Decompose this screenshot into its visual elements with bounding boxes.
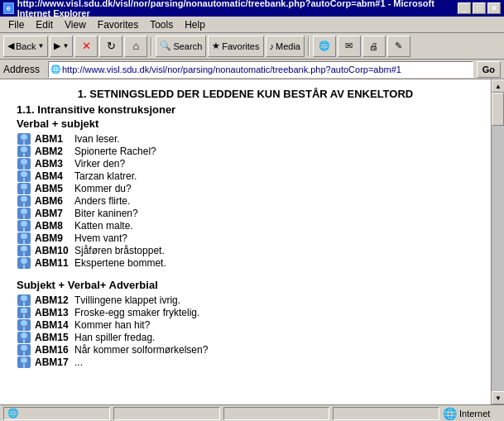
list-item[interactable]: ABM7 Biter kaninen? <box>17 208 474 219</box>
list-item[interactable]: ABM9 Hvem vant? <box>17 232 474 244</box>
status-section-empty1 <box>113 407 220 420</box>
app-icon: e <box>3 2 14 14</box>
address-input[interactable] <box>62 65 471 74</box>
print-icon: 🖨 <box>369 41 378 51</box>
tree-node-icon <box>17 232 31 244</box>
media-label: Media <box>276 41 300 51</box>
status-section-empty2 <box>223 407 330 420</box>
list-item[interactable]: ABM15 Han spiller fredag. <box>17 332 474 343</box>
list-item[interactable]: ABM1 Ivan leser. <box>17 133 474 145</box>
item-text: Kommer du? <box>74 183 132 194</box>
item-code: ABM13 <box>35 307 71 318</box>
tree-node-icon <box>17 307 31 318</box>
tree-node-icon <box>17 294 31 306</box>
search-button[interactable]: 🔍 Search <box>156 36 206 57</box>
status-section-main: 🌐 <box>3 407 110 420</box>
edit-button[interactable]: ✎ <box>387 36 410 57</box>
item-text: Tvillingene klappet ivrig. <box>74 294 180 306</box>
list-item[interactable]: ABM12 Tvillingene klappet ivrig. <box>17 294 474 306</box>
list-item[interactable]: ABM16 Når kommer solformørkelsen? <box>17 344 474 356</box>
favorites-button[interactable]: ★ Favorites <box>208 36 263 57</box>
history-button[interactable]: 🌐 <box>313 36 336 57</box>
item-code: ABM17 <box>35 356 71 368</box>
tree-node-icon <box>17 170 31 182</box>
list-item[interactable]: ABM5 Kommer du? <box>17 183 474 194</box>
close-button[interactable]: ✕ <box>487 2 501 14</box>
list-item[interactable]: ABM4 Tarzan klatrer. <box>17 170 474 182</box>
item-text: Ivan leser. <box>74 133 120 145</box>
list-item[interactable]: ABM13 Froske-egg smaker fryktelig. <box>17 307 474 318</box>
item-text: Tarzan klatrer. <box>74 170 137 182</box>
status-section-empty3 <box>333 407 439 420</box>
address-input-wrap: 🌐 <box>48 61 473 78</box>
address-label: Address <box>3 64 45 75</box>
window-controls: _ □ ✕ <box>458 2 501 14</box>
home-button[interactable]: ⌂ <box>124 36 147 57</box>
refresh-button[interactable]: ↻ <box>99 36 122 57</box>
list-item[interactable]: ABM17 ... <box>17 356 474 368</box>
media-button[interactable]: ♪ Media <box>266 36 305 57</box>
list-item[interactable]: ABM3 Virker den? <box>17 158 474 170</box>
minimize-button[interactable]: _ <box>458 2 471 14</box>
tree-node-icon <box>17 208 31 219</box>
list-item[interactable]: ABM2 Spionerte Rachel? <box>17 146 474 157</box>
mail-icon: ✉ <box>345 41 353 51</box>
back-label: Back <box>16 41 36 51</box>
forward-arrow-icon: ▶ <box>54 41 60 51</box>
scroll-up-button[interactable]: ▲ <box>492 79 504 93</box>
item-code: ABM10 <box>35 245 71 256</box>
menu-view[interactable]: View <box>60 17 91 32</box>
stop-button[interactable]: ✕ <box>74 36 98 57</box>
favorites-label: Favorites <box>222 41 259 51</box>
edit-icon: ✎ <box>395 41 402 51</box>
go-button[interactable]: Go <box>477 61 501 78</box>
list-item[interactable]: ABM8 Katten malte. <box>17 220 474 232</box>
list-item[interactable]: ABM6 Anders flirte. <box>17 195 474 207</box>
forward-button[interactable]: ▶ ▼ <box>50 36 73 57</box>
tree-node-icon <box>17 319 31 331</box>
subsection-1-list: ABM1 Ivan leser. ABM2 Spionerte Rachel? … <box>17 133 474 269</box>
item-code: ABM4 <box>35 170 71 182</box>
back-button[interactable]: ◀ Back ▼ <box>3 36 48 57</box>
mail-button[interactable]: ✉ <box>338 36 361 57</box>
item-text: Froske-egg smaker fryktelig. <box>74 307 199 318</box>
list-item[interactable]: ABM11 Ekspertene bommet. <box>17 257 474 269</box>
maximize-button[interactable]: □ <box>473 2 486 14</box>
menu-file[interactable]: File <box>3 17 29 32</box>
item-code: ABM16 <box>35 344 71 356</box>
item-text: Katten malte. <box>74 220 133 232</box>
menu-edit[interactable]: Edit <box>31 17 58 32</box>
tree-node-icon <box>17 133 31 145</box>
item-code: ABM15 <box>35 332 71 343</box>
item-code: ABM8 <box>35 220 71 232</box>
item-text: ... <box>74 356 83 368</box>
title-bar: e http://www.visl.sdu.dk/visl/nor/parsin… <box>0 0 504 17</box>
item-text: Spionerte Rachel? <box>74 146 156 157</box>
tree-node-icon <box>17 356 31 368</box>
search-label: Search <box>173 41 202 51</box>
print-button[interactable]: 🖨 <box>362 36 386 57</box>
back-arrow-icon: ◀ <box>7 41 14 51</box>
menu-tools[interactable]: Tools <box>145 17 178 32</box>
list-item[interactable]: ABM14 Kommer han hit? <box>17 319 474 331</box>
zone-label: Internet <box>459 409 490 419</box>
page-title: 1. SETNINGSLEDD DER LEDDENE KUN BESTÅR A… <box>17 88 474 100</box>
item-code: ABM14 <box>35 319 71 331</box>
status-icon: 🌐 <box>7 408 19 419</box>
toolbar-separator-2 <box>308 37 310 55</box>
scroll-thumb[interactable] <box>492 93 504 126</box>
subsection-2-list: ABM12 Tvillingene klappet ivrig. ABM13 F… <box>17 294 474 368</box>
menu-help[interactable]: Help <box>180 17 210 32</box>
address-bar: Address 🌐 Go <box>0 60 504 79</box>
scroll-down-button[interactable]: ▼ <box>492 391 504 404</box>
forward-dropdown-icon: ▼ <box>62 42 69 50</box>
window-title: http://www.visl.sdu.dk/visl/nor/parsing/… <box>17 0 458 18</box>
search-icon: 🔍 <box>160 41 171 51</box>
item-text: Sjåføren bråstoppet. <box>74 245 165 256</box>
scroll-track <box>492 93 504 391</box>
list-item[interactable]: ABM10 Sjåføren bråstoppet. <box>17 245 474 256</box>
menu-bar: File Edit View Favorites Tools Help <box>0 17 504 33</box>
item-code: ABM6 <box>35 195 71 207</box>
menu-favorites[interactable]: Favorites <box>93 17 143 32</box>
tree-node-icon <box>17 257 31 269</box>
